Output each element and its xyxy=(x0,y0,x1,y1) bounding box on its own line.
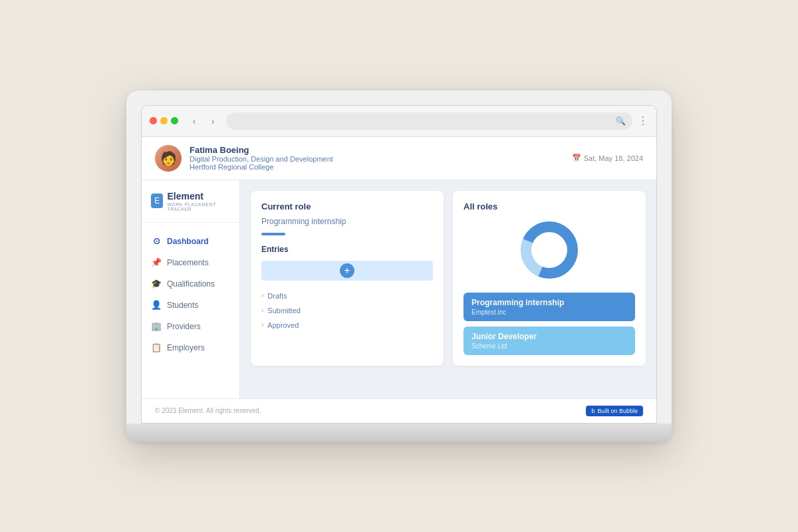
providers-icon: 🏢 xyxy=(151,321,162,332)
sidebar-item-label: Providers xyxy=(167,322,201,331)
logo-sub: WORK PLACEMENT TRACKER xyxy=(167,202,230,211)
submitted-item[interactable]: › Submitted xyxy=(261,303,433,318)
back-button[interactable]: ‹ xyxy=(186,113,202,129)
bubble-label: Built on Bubble xyxy=(597,408,638,414)
chevron-right-icon: › xyxy=(261,321,263,329)
date-text: Sat, May 18, 2024 xyxy=(584,154,643,162)
sidebar-logo: E Element WORK PLACEMENT TRACKER xyxy=(142,191,239,223)
sidebar-item-dashboard[interactable]: ⊙ Dashboard xyxy=(142,231,239,252)
role-card-title: Junior Developer xyxy=(471,332,627,341)
sidebar-nav: ⊙ Dashboard 📌 Placements 🎓 Qualification… xyxy=(142,228,239,361)
role-bar xyxy=(261,233,285,235)
approved-label: Approved xyxy=(267,321,299,329)
entries-bar: + xyxy=(261,261,433,281)
sidebar-item-qualifications[interactable]: 🎓 Qualifications xyxy=(142,273,239,295)
chevron-right-icon: › xyxy=(261,307,263,314)
app-container: 🧑 Fatima Boeing Digital Production, Desi… xyxy=(142,137,656,423)
donut-chart xyxy=(464,217,635,283)
logo-row: E Element WORK PLACEMENT TRACKER xyxy=(151,191,230,211)
address-bar-wrap: 🔍 xyxy=(226,112,632,130)
roles-list: Programming internship Emptest.inc Junio… xyxy=(464,293,635,355)
sidebar-item-employers[interactable]: 📋 Employers xyxy=(142,337,239,358)
current-role-card: Current role Programming internship Entr… xyxy=(251,191,444,366)
employers-icon: 📋 xyxy=(151,342,162,353)
browser-chrome: ‹ › 🔍 ⋮ xyxy=(142,106,656,137)
approved-item[interactable]: › Approved xyxy=(261,318,433,332)
placements-icon: 📌 xyxy=(151,257,162,268)
role-card-company: Scheme Ltd xyxy=(471,342,627,350)
sidebar-item-providers[interactable]: 🏢 Providers xyxy=(142,316,239,337)
sidebar: E Element WORK PLACEMENT TRACKER ⊙ Dashb… xyxy=(142,180,240,398)
app-footer: © 2023 Element. All rights reserved. b B… xyxy=(142,398,656,423)
add-entry-button[interactable]: + xyxy=(340,263,354,278)
traffic-lights xyxy=(150,117,178,124)
user-program: Digital Production, Design and Developme… xyxy=(190,155,564,163)
avatar-image: 🧑 xyxy=(160,152,177,165)
role-card-company: Emptest.inc xyxy=(471,309,627,316)
avatar: 🧑 xyxy=(155,145,182,172)
logo-icon: E xyxy=(151,194,163,208)
close-button[interactable] xyxy=(150,117,157,124)
students-icon: 👤 xyxy=(151,300,162,311)
sidebar-item-label: Qualifications xyxy=(167,279,215,289)
current-role-title: Current role xyxy=(261,201,433,211)
browser-menu-icon[interactable]: ⋮ xyxy=(638,114,648,127)
forward-button[interactable]: › xyxy=(205,113,221,129)
sidebar-item-label: Employers xyxy=(167,343,205,352)
dashboard-icon: ⊙ xyxy=(151,236,162,247)
logo-text: Element xyxy=(167,191,230,201)
all-roles-title: All roles xyxy=(464,201,635,211)
search-icon: 🔍 xyxy=(616,116,626,126)
qualifications-icon: 🎓 xyxy=(151,279,162,289)
minimize-button[interactable] xyxy=(160,117,168,124)
content-area: Current role Programming internship Entr… xyxy=(240,180,656,398)
role-card-title: Programming internship xyxy=(471,298,627,307)
maximize-button[interactable] xyxy=(171,117,178,124)
all-roles-card: All roles xyxy=(453,191,646,366)
donut-svg xyxy=(516,217,583,283)
laptop-frame: ‹ › 🔍 ⋮ 🧑 Fatima Boeing Digital Producti… xyxy=(126,90,672,442)
submitted-label: Submitted xyxy=(267,307,301,315)
sidebar-item-students[interactable]: 👤 Students xyxy=(142,295,239,316)
chevron-right-icon: › xyxy=(261,292,263,299)
user-name: Fatima Boeing xyxy=(190,145,564,155)
user-info: Fatima Boeing Digital Production, Design… xyxy=(190,145,564,171)
sidebar-item-label: Students xyxy=(167,301,198,310)
laptop-base xyxy=(126,424,672,442)
header-date: 📅 Sat, May 18, 2024 xyxy=(572,154,643,162)
bubble-badge: b Built on Bubble xyxy=(586,406,643,416)
entries-label: Entries xyxy=(261,245,433,254)
footer-copyright: © 2023 Element. All rights reserved. xyxy=(155,407,261,414)
drafts-label: Drafts xyxy=(267,292,287,300)
bubble-icon: b xyxy=(591,408,595,414)
calendar-icon: 📅 xyxy=(572,154,581,162)
browser-nav: ‹ › xyxy=(186,113,221,129)
address-bar[interactable] xyxy=(226,112,632,130)
laptop-screen: ‹ › 🔍 ⋮ 🧑 Fatima Boeing Digital Producti… xyxy=(141,105,657,424)
main-layout: E Element WORK PLACEMENT TRACKER ⊙ Dashb… xyxy=(142,180,656,398)
role-card-primary[interactable]: Programming internship Emptest.inc xyxy=(464,293,635,321)
sidebar-item-label: Placements xyxy=(167,258,209,267)
sidebar-item-placements[interactable]: 📌 Placements xyxy=(142,252,239,273)
sidebar-item-label: Dashboard xyxy=(167,237,209,246)
user-college: Hertford Regional College xyxy=(190,163,564,171)
drafts-item[interactable]: › Drafts xyxy=(261,289,433,303)
role-card-secondary[interactable]: Junior Developer Scheme Ltd xyxy=(464,327,635,355)
current-role-name: Programming internship xyxy=(261,217,433,226)
app-header: 🧑 Fatima Boeing Digital Production, Desi… xyxy=(142,137,656,180)
